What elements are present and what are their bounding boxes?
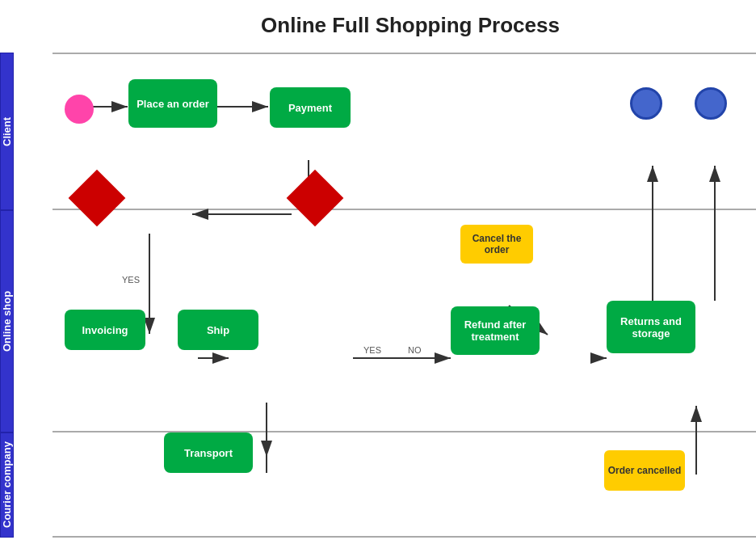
order-cancelled-node: Order cancelled [604, 450, 685, 491]
transport-node: Transport [164, 432, 253, 473]
start-node [65, 95, 94, 124]
cancel-order-node: Cancel the order [460, 225, 533, 264]
returns-node: Returns and storage [607, 301, 695, 353]
diagram-container: Online Full Shopping Process Client Onli… [0, 0, 756, 540]
end-node-2 [695, 87, 727, 120]
place-order-node: Place an order [128, 79, 217, 128]
end-node-1 [630, 87, 662, 120]
lane-client-label: Client [0, 53, 14, 210]
lane-area-client [52, 53, 756, 210]
ship-node: Ship [178, 310, 258, 350]
diagram-title: Online Full Shopping Process [65, 4, 756, 40]
lane-courier-label: Courier company [0, 432, 14, 538]
payment-node: Payment [270, 87, 351, 128]
lane-online-label: Online shop [0, 210, 14, 432]
refund-node: Refund after treatment [451, 306, 540, 355]
swim-lanes: Client Online shop Courier company [0, 53, 52, 540]
invoicing-node: Invoicing [65, 310, 145, 350]
